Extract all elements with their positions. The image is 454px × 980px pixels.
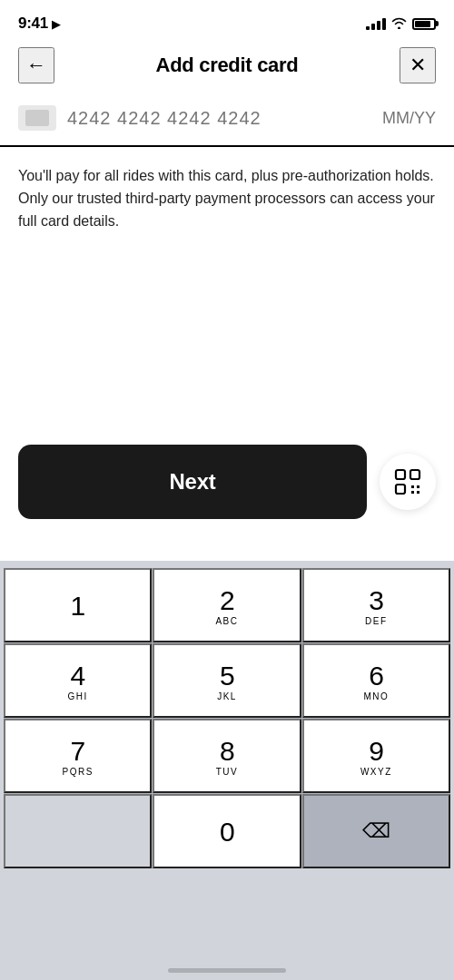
card-input-section xyxy=(0,98,454,147)
key-0[interactable]: 0 xyxy=(153,794,301,868)
key-3[interactable]: 3 DEF xyxy=(302,568,450,642)
status-icons xyxy=(366,17,436,31)
expiry-input[interactable] xyxy=(363,109,436,128)
card-description: You'll pay for all rides with this card,… xyxy=(0,147,454,232)
card-brand-icon xyxy=(18,105,56,131)
home-indicator xyxy=(168,968,286,973)
key-backspace[interactable]: ⌫ xyxy=(302,794,450,868)
key-5[interactable]: 5 JKL xyxy=(153,643,301,718)
key-2[interactable]: 2 ABC xyxy=(153,568,301,642)
card-number-input[interactable] xyxy=(67,108,352,129)
close-button[interactable]: ✕ xyxy=(400,47,436,83)
battery-icon xyxy=(412,18,436,30)
svg-rect-1 xyxy=(410,470,419,479)
svg-rect-3 xyxy=(411,485,414,488)
key-9[interactable]: 9 WXYZ xyxy=(302,719,450,793)
numeric-keypad: 1 2 ABC 3 DEF 4 GHI 5 JKL 6 MNO 7 PQRS 8 xyxy=(0,561,454,980)
scan-icon xyxy=(393,467,422,496)
key-4[interactable]: 4 GHI xyxy=(4,643,152,718)
svg-rect-2 xyxy=(396,485,405,494)
backspace-icon: ⌫ xyxy=(362,819,390,843)
wifi-icon xyxy=(391,17,407,31)
svg-rect-6 xyxy=(417,491,419,494)
page-title: Add credit card xyxy=(156,54,299,77)
svg-rect-5 xyxy=(411,491,414,494)
key-empty xyxy=(4,794,152,868)
key-6[interactable]: 6 MNO xyxy=(302,643,450,718)
scan-card-button[interactable] xyxy=(380,454,436,510)
back-button[interactable]: ← xyxy=(18,47,54,83)
signal-icon xyxy=(366,17,386,30)
status-bar: 9:41 ▶ xyxy=(0,0,454,40)
next-button[interactable]: Next xyxy=(18,445,367,519)
status-time: 9:41 xyxy=(18,15,48,33)
key-8[interactable]: 8 TUV xyxy=(153,719,301,793)
key-7[interactable]: 7 PQRS xyxy=(4,719,152,793)
svg-rect-4 xyxy=(417,485,419,488)
location-icon: ▶ xyxy=(52,17,61,31)
header: ← Add credit card ✕ xyxy=(0,40,454,98)
keypad-grid: 1 2 ABC 3 DEF 4 GHI 5 JKL 6 MNO 7 PQRS 8 xyxy=(4,568,450,868)
key-1[interactable]: 1 xyxy=(4,568,152,642)
svg-rect-0 xyxy=(396,470,405,479)
action-area: Next xyxy=(0,445,454,519)
